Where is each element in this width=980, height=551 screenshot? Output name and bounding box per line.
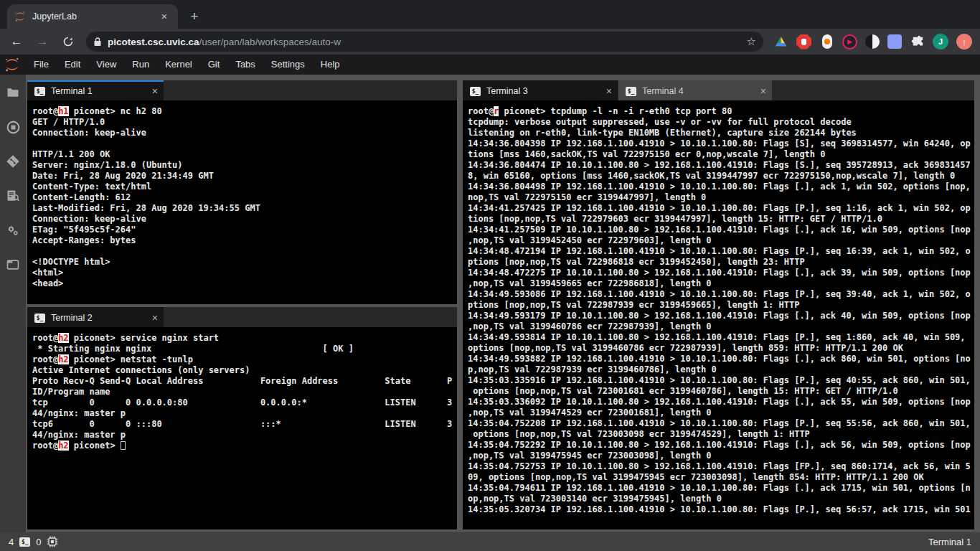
menu-tabs[interactable]: Tabs	[227, 55, 263, 75]
jupyterlab-menubar: File Edit View Run Kernel Git Tabs Setti…	[0, 55, 980, 75]
tab-terminal-3[interactable]: $_ Terminal 3 ×	[463, 80, 618, 100]
google-drive-icon[interactable]	[773, 34, 788, 50]
extensions-puzzle-icon[interactable]	[910, 34, 925, 50]
kernel-chip-icon	[47, 536, 58, 547]
bookmark-star-icon[interactable]: ☆	[747, 35, 756, 48]
tab-grid-icon[interactable]	[887, 34, 902, 49]
address-bar[interactable]: picotest.csc.uvic.ca/user/pan/lab/worksp…	[86, 32, 763, 52]
tab-terminal-3-close-icon[interactable]: ×	[588, 85, 612, 97]
menu-run[interactable]: Run	[124, 55, 157, 75]
menu-file[interactable]: File	[26, 55, 57, 75]
running-sessions-icon[interactable]	[5, 119, 21, 135]
terminal-3-panel: $_ Terminal 3 × $_ Terminal 4 × root@r p…	[463, 80, 974, 529]
property-inspector-icon[interactable]	[5, 222, 21, 238]
tab-terminal-4-close-icon[interactable]: ×	[742, 85, 766, 97]
open-tabs-icon[interactable]	[5, 257, 21, 273]
terminal-icon: $_	[470, 87, 481, 96]
browser-tab-title: JupyterLab	[32, 11, 158, 22]
menu-edit[interactable]: Edit	[57, 55, 88, 75]
tab-terminal-2[interactable]: $_ Terminal 2 ×	[27, 307, 164, 327]
terminal-icon: $_	[34, 87, 45, 96]
menu-view[interactable]: View	[88, 55, 124, 75]
kernels-count: 0	[36, 537, 41, 547]
left-sidebar	[0, 75, 26, 532]
back-icon[interactable]: ←	[7, 32, 26, 51]
terminals-count: 4	[9, 537, 14, 547]
terminal-icon: $_	[19, 537, 30, 547]
terminal-2-output[interactable]: root@h2 piconet> service nginx start * S…	[27, 327, 457, 529]
tab-terminal-1-close-icon[interactable]: ×	[133, 85, 158, 97]
terminal-1-output[interactable]: root@h1 piconet> nc h2 80 GET / HTTP/1.0…	[27, 100, 457, 304]
tab-terminal-1-label: Terminal 1	[51, 86, 93, 96]
browser-toolbar: ← → picotest.csc.uvic.ca/user/pan/lab/wo…	[0, 29, 980, 55]
menu-settings[interactable]: Settings	[263, 55, 313, 75]
sessions-status[interactable]: 4 $_ 0	[9, 536, 58, 547]
hand-glyph	[801, 39, 806, 45]
profile-avatar[interactable]: J	[933, 34, 948, 50]
play-circle-icon[interactable]: ▶	[842, 34, 857, 50]
terminal-1-panel: $_ Terminal 1 × root@h1 piconet> nc h2 8…	[27, 80, 457, 304]
tab-terminal-2-label: Terminal 2	[51, 313, 93, 323]
terminal-cursor	[121, 441, 126, 450]
proxy-pill-icon[interactable]	[819, 34, 834, 50]
tab-terminal-3-label: Terminal 3	[486, 86, 528, 96]
forward-icon[interactable]: →	[33, 32, 52, 51]
padlock-icon[interactable]	[93, 37, 102, 47]
menu-git[interactable]: Git	[200, 55, 228, 75]
extension-row: ▶ J ↑	[773, 34, 972, 50]
terminal-2-tabbar: $_ Terminal 2 ×	[27, 307, 457, 327]
file-browser-icon[interactable]	[5, 85, 21, 100]
tab-terminal-2-close-icon[interactable]: ×	[133, 312, 158, 324]
tab-terminal-4[interactable]: $_ Terminal 4 ×	[618, 80, 772, 100]
inspector-icon[interactable]	[5, 188, 21, 204]
git-icon[interactable]	[5, 154, 21, 169]
current-widget-label: Terminal 1	[928, 537, 971, 547]
terminal-3-output[interactable]: root@r piconet> tcpdump -l -n -i r-eth0 …	[463, 100, 974, 529]
terminal-icon: $_	[626, 87, 636, 96]
terminal-2-panel: $_ Terminal 2 × root@h2 piconet> service…	[27, 307, 457, 529]
terminal-1-tabbar: $_ Terminal 1 ×	[27, 80, 457, 100]
url-host: picotest.csc.uvic.ca	[108, 37, 199, 47]
jupyter-favicon-icon	[14, 11, 26, 22]
jupyter-logo-icon	[4, 57, 20, 72]
browser-update-icon[interactable]: ↑	[956, 34, 972, 50]
dark-reader-icon[interactable]	[865, 34, 880, 49]
right-tabbar: $_ Terminal 3 × $_ Terminal 4 ×	[463, 80, 974, 100]
terminal-icon: $_	[34, 314, 45, 323]
url-path: /user/pan/lab/workspaces/auto-w	[199, 37, 341, 47]
browser-tabstrip: JupyterLab × +	[0, 0, 980, 29]
menu-kernel[interactable]: Kernel	[157, 55, 200, 75]
tab-terminal-4-label: Terminal 4	[642, 86, 684, 96]
tab-terminal-1[interactable]: $_ Terminal 1 ×	[27, 80, 164, 100]
browser-tab-jupyterlab[interactable]: JupyterLab ×	[7, 4, 178, 29]
screen: JupyterLab × + ← → picotest.csc.uvic.ca/…	[0, 0, 980, 551]
status-bar: 4 $_ 0 Terminal 1	[0, 532, 980, 551]
adblock-icon[interactable]	[796, 34, 811, 50]
reload-icon[interactable]	[59, 32, 77, 51]
new-tab-button[interactable]: +	[185, 7, 204, 26]
browser-tab-close-icon[interactable]: ×	[158, 10, 171, 23]
menu-help[interactable]: Help	[313, 55, 348, 75]
